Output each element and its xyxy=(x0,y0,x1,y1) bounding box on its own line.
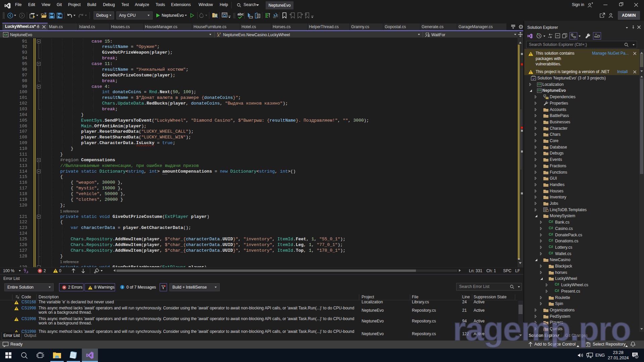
svg-text:1: 1 xyxy=(636,355,637,358)
